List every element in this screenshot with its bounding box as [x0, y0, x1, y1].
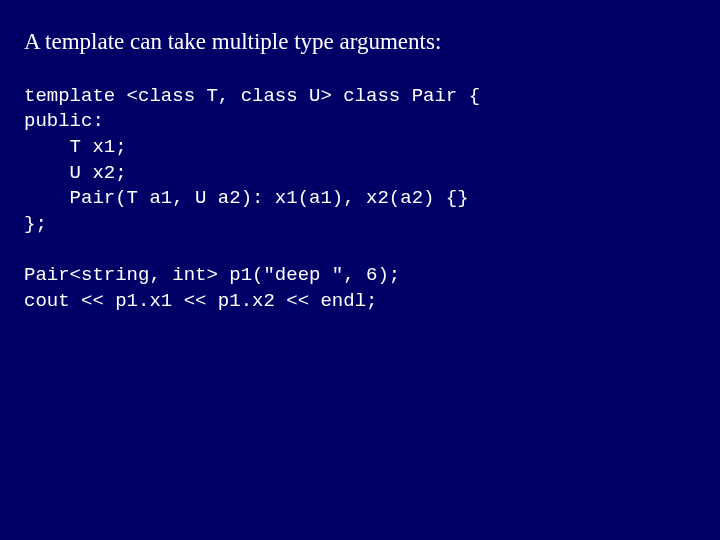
code-gap — [24, 237, 696, 263]
code-block-usage: Pair<string, int> p1("deep ", 6); cout <… — [24, 263, 696, 314]
slide-heading: A template can take multiple type argume… — [24, 28, 696, 56]
code-block-template: template <class T, class U> class Pair {… — [24, 84, 696, 238]
slide: A template can take multiple type argume… — [0, 0, 720, 540]
